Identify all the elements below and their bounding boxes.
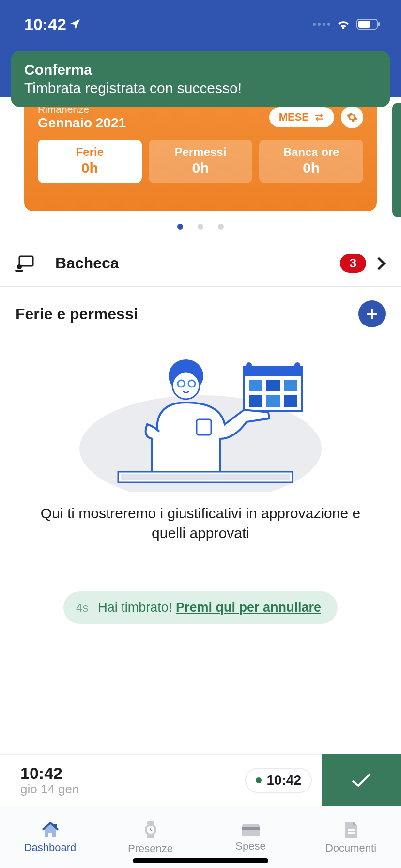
clock-date: gio 14 gen [20, 782, 245, 797]
document-icon [343, 821, 359, 839]
svg-point-4 [17, 264, 22, 269]
check-icon [351, 772, 372, 789]
svg-rect-15 [266, 395, 280, 407]
home-icon [41, 821, 60, 838]
tab-permessi[interactable]: Permessi 0h [149, 140, 253, 183]
undo-pill[interactable]: 4s Hai timbrato! Premi qui per annullare [63, 591, 338, 624]
svg-rect-11 [249, 380, 262, 391]
bacheca-badge: 3 [340, 254, 366, 273]
next-card-peek[interactable] [392, 103, 401, 217]
period-toggle[interactable]: MESE [269, 107, 334, 127]
home-indicator[interactable] [133, 858, 268, 863]
undo-ago: 4s [76, 601, 88, 615]
balances-month: Gennaio 2021 [38, 115, 126, 131]
status-time-text: 10:42 [24, 15, 66, 34]
tab-label: Documenti [325, 842, 376, 854]
toast-subtitle: Timbrata registrata con successo! [24, 80, 377, 96]
tab-label: Permessi [149, 145, 253, 159]
chevron-right-icon [377, 256, 386, 271]
tab-label: Ferie [38, 145, 142, 159]
toast-success[interactable]: Conferma Timbrata registrata con success… [11, 51, 390, 107]
tab-label: Banca ore [259, 145, 363, 159]
board-icon [15, 255, 34, 272]
clock-chip[interactable]: 10:42 [245, 768, 312, 793]
svg-rect-31 [348, 832, 355, 834]
wifi-icon [336, 18, 351, 30]
empty-caption: Qui ti mostreremo i giustificativi in ap… [29, 504, 372, 543]
undo-text: Hai timbrato! Premi qui per annullare [98, 600, 321, 615]
status-bar: 10:42 [0, 0, 401, 48]
svg-rect-13 [284, 380, 297, 391]
svg-rect-16 [284, 395, 297, 407]
tab-label: Dashboard [24, 841, 77, 854]
svg-rect-3 [19, 256, 33, 266]
clock-time: 10:42 [20, 764, 245, 783]
period-toggle-label: MESE [279, 111, 309, 124]
bacheca-row[interactable]: Bacheca 3 [0, 245, 401, 287]
tab-dashboard[interactable]: Dashboard [0, 806, 100, 868]
page-dots [0, 211, 401, 245]
watch-icon [142, 820, 159, 839]
tab-value: 0h [149, 160, 253, 176]
gear-icon [346, 111, 358, 123]
add-button[interactable] [358, 300, 386, 327]
dot-1[interactable] [177, 224, 183, 230]
svg-rect-30 [348, 829, 355, 831]
svg-rect-2 [358, 21, 370, 28]
clock-chip-text: 10:42 [266, 773, 301, 788]
svg-rect-5 [15, 270, 23, 272]
tab-label: Presenze [128, 842, 173, 855]
svg-rect-10 [244, 367, 302, 376]
status-dot-icon [256, 777, 262, 783]
toast-title: Conferma [24, 62, 377, 78]
bacheca-title: Bacheca [55, 254, 119, 272]
undo-prefix: Hai timbrato! [98, 600, 176, 615]
confirm-clock-button[interactable] [322, 754, 401, 806]
undo-link[interactable]: Premi qui per annullare [176, 600, 321, 615]
signal-icon [313, 23, 330, 26]
svg-rect-23 [121, 474, 290, 480]
status-time: 10:42 [24, 15, 81, 34]
settings-button[interactable] [341, 106, 363, 128]
svg-rect-12 [266, 380, 280, 391]
ferie-permessi-title: Ferie e permessi [15, 305, 138, 323]
location-icon [69, 18, 81, 30]
tab-banca-ore[interactable]: Banca ore 0h [259, 140, 363, 183]
tab-label: Spese [235, 840, 265, 852]
tab-value: 0h [38, 160, 142, 176]
tab-ferie[interactable]: Ferie 0h [38, 140, 142, 183]
dot-3[interactable] [218, 224, 224, 230]
card-icon [241, 822, 261, 837]
dot-2[interactable] [198, 224, 203, 230]
svg-rect-1 [378, 22, 380, 26]
status-icons [313, 18, 382, 30]
plus-icon [365, 307, 379, 321]
tab-documenti[interactable]: Documenti [301, 806, 401, 868]
balances-card: Rimanenze Gennaio 2021 MESE Ferie 0h [24, 92, 377, 211]
swap-icon [314, 113, 324, 122]
empty-illustration [75, 356, 326, 494]
battery-icon [356, 18, 382, 30]
tab-value: 0h [259, 160, 363, 176]
svg-rect-29 [242, 827, 260, 830]
svg-rect-14 [249, 395, 262, 407]
svg-point-18 [172, 372, 200, 399]
clock-bar: 10:42 gio 14 gen 10:42 [0, 754, 401, 806]
